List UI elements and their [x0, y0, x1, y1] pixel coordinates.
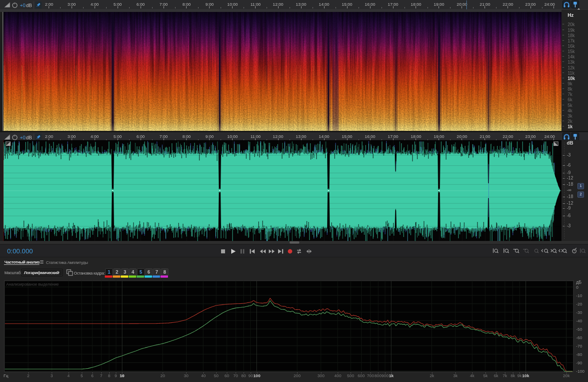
svg-text:+0: +0 — [20, 135, 26, 140]
svg-text:dB: dB — [26, 3, 32, 8]
svg-text:dB: dB — [26, 135, 32, 140]
svg-text:+0: +0 — [20, 3, 26, 8]
